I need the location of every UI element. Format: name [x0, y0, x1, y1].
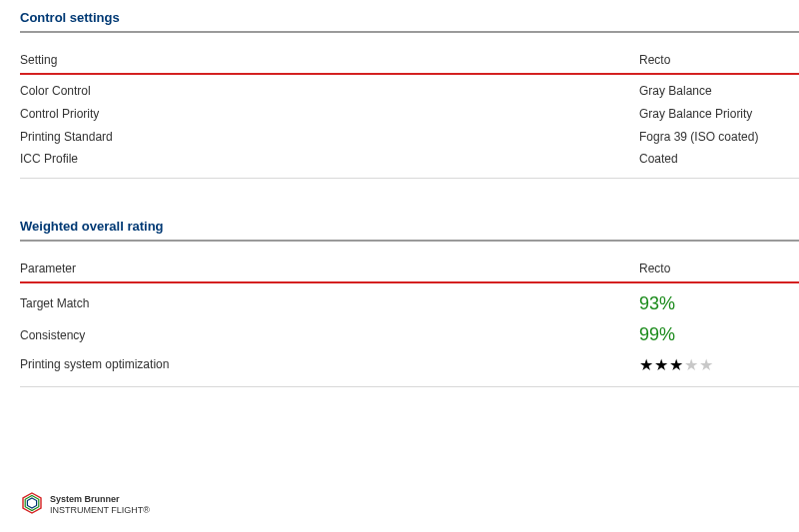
- col-header-recto-2: Recto: [639, 256, 799, 282]
- setting-cell: ICC Profile: [20, 148, 639, 178]
- star-empty-icon: ★: [699, 356, 714, 373]
- footer-logo: System Brunner INSTRUMENT FLIGHT®: [20, 491, 150, 518]
- setting-cell: Control Priority: [20, 103, 639, 126]
- hexagon-logo-icon: [20, 491, 44, 518]
- table-row: Color ControlGray Balance: [20, 74, 799, 103]
- table-row: Target Match93%: [20, 282, 799, 319]
- footer-line2: INSTRUMENT FLIGHT®: [50, 505, 150, 515]
- recto-cell: Fogra 39 (ISO coated): [639, 126, 799, 149]
- recto-cell: Coated: [639, 148, 799, 178]
- setting-cell: Color Control: [20, 74, 639, 103]
- col-header-recto: Recto: [639, 47, 799, 74]
- footer-line1: System Brunner: [50, 494, 120, 504]
- overall-rating-title: Weighted overall rating: [20, 219, 799, 242]
- overall-rating-section: Weighted overall rating Parameter Recto …: [20, 219, 799, 387]
- star-filled-icon: ★: [669, 356, 684, 373]
- table-row: Printing system optimization★★★★★: [20, 351, 799, 387]
- col-header-parameter: Parameter: [20, 256, 639, 282]
- recto-value-cell: 99%: [639, 319, 799, 350]
- control-settings-section: Control settings Setting Recto Color Con…: [20, 10, 799, 179]
- star-empty-icon: ★: [684, 356, 699, 373]
- recto-cell: Gray Balance Priority: [639, 103, 799, 126]
- star-filled-icon: ★: [654, 356, 669, 373]
- star-rating: ★★★★★: [639, 356, 714, 373]
- recto-value-cell: 93%: [639, 282, 799, 319]
- control-settings-table: Setting Recto Color ControlGray BalanceC…: [20, 47, 799, 179]
- overall-rating-table: Parameter Recto Target Match93%Consisten…: [20, 256, 799, 387]
- star-filled-icon: ★: [639, 356, 654, 373]
- recto-value-cell: ★★★★★: [639, 351, 799, 387]
- control-settings-title: Control settings: [20, 10, 799, 33]
- recto-cell: Gray Balance: [639, 74, 799, 103]
- table-row: Printing StandardFogra 39 (ISO coated): [20, 126, 799, 149]
- parameter-cell: Consistency: [20, 319, 639, 350]
- parameter-cell: Target Match: [20, 282, 639, 319]
- table-row: ICC ProfileCoated: [20, 148, 799, 178]
- table-row: Consistency99%: [20, 319, 799, 350]
- parameter-cell: Printing system optimization: [20, 351, 639, 387]
- footer-text: System Brunner INSTRUMENT FLIGHT®: [50, 494, 150, 516]
- setting-cell: Printing Standard: [20, 126, 639, 149]
- table-row: Control PriorityGray Balance Priority: [20, 103, 799, 126]
- svg-marker-2: [27, 498, 36, 508]
- col-header-setting: Setting: [20, 47, 639, 74]
